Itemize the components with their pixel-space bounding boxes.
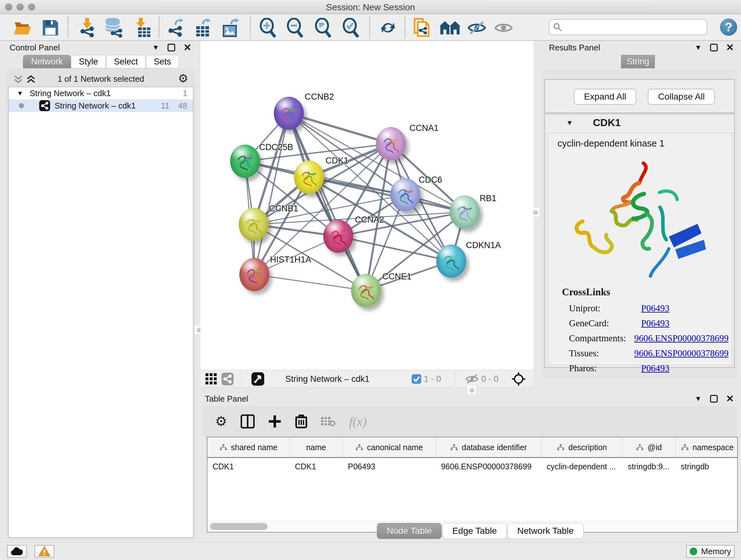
- scrollbar-thumb[interactable]: [210, 523, 267, 530]
- column-header-canonical-name[interactable]: canonical name: [343, 437, 436, 457]
- expand-all-button[interactable]: Expand All: [574, 89, 636, 105]
- birdseye-view-button[interactable]: [252, 373, 264, 385]
- export-network-button[interactable]: [165, 18, 185, 37]
- zoom-fit-button[interactable]: [313, 18, 333, 37]
- float-panel-icon[interactable]: ▼: [152, 44, 159, 52]
- tab-node-table[interactable]: Node Table: [377, 523, 442, 539]
- table-options-gear-icon[interactable]: ⚙: [215, 416, 227, 427]
- import-table-button[interactable]: [132, 18, 152, 37]
- status-bar: Memory: [0, 542, 741, 560]
- show-all-networks-button[interactable]: [440, 18, 460, 37]
- selected-checkbox-icon[interactable]: [412, 374, 421, 384]
- column-header-database-identifier[interactable]: database identifier: [436, 437, 542, 457]
- column-header-name[interactable]: name: [290, 437, 343, 457]
- network-node-cdk1[interactable]: [294, 161, 324, 194]
- column-header--id[interactable]: @id: [623, 437, 676, 457]
- delete-table-icon[interactable]: [321, 416, 336, 427]
- close-panel-icon[interactable]: ✕: [726, 395, 734, 402]
- close-panel-icon[interactable]: ✕: [726, 44, 734, 51]
- network-node-hist1h1a[interactable]: [239, 258, 269, 291]
- delete-column-trash-icon[interactable]: [295, 414, 308, 429]
- network-node-cdc25b[interactable]: [230, 145, 260, 178]
- import-network-button[interactable]: [77, 18, 97, 37]
- network-node-ccna2[interactable]: [323, 220, 353, 253]
- clone-network-button[interactable]: [412, 18, 432, 37]
- tab-style[interactable]: Style: [71, 55, 106, 68]
- node-label-ccna1: CCNA1: [409, 123, 439, 133]
- cloud-status-button[interactable]: [7, 545, 27, 558]
- network-node-ccne1[interactable]: [351, 274, 381, 307]
- function-builder-icon[interactable]: f(x): [349, 414, 367, 429]
- crosslink-link[interactable]: P06493: [641, 303, 670, 314]
- tab-select[interactable]: Select: [106, 55, 146, 68]
- section-expander-icon[interactable]: ▼: [566, 119, 573, 127]
- maximize-panel-icon[interactable]: [710, 44, 718, 51]
- tab-network[interactable]: Network: [23, 55, 71, 68]
- tab-string[interactable]: String: [621, 55, 655, 68]
- zoom-out-button[interactable]: [285, 18, 306, 37]
- column-header-shared-name[interactable]: shared name: [207, 437, 290, 457]
- float-panel-icon[interactable]: ▼: [695, 395, 702, 403]
- network-row-selected[interactable]: String Network – cdk1 11 48: [9, 99, 193, 112]
- zoom-selected-button[interactable]: [341, 18, 361, 37]
- apply-layout-button[interactable]: [378, 18, 398, 37]
- import-table-icon: [134, 18, 151, 38]
- network-node-ccnb1[interactable]: [239, 208, 269, 241]
- column-header-namespace[interactable]: namespace: [676, 437, 738, 457]
- table-cell[interactable]: P06493: [343, 458, 436, 475]
- export-table-button[interactable]: [192, 18, 213, 37]
- network-node-ccnb2[interactable]: [274, 97, 304, 130]
- open-session-button[interactable]: [13, 18, 33, 37]
- float-panel-icon[interactable]: ▼: [695, 44, 702, 52]
- network-options-gear-icon[interactable]: ⚙: [178, 73, 188, 84]
- crosslink-link[interactable]: 9606.ENSP00000378699: [634, 348, 729, 359]
- help-button[interactable]: ?: [720, 18, 737, 36]
- network-view-mode-button[interactable]: [221, 373, 233, 385]
- search-input[interactable]: [565, 21, 706, 34]
- column-header-description[interactable]: description: [542, 437, 623, 457]
- add-column-icon[interactable]: [268, 415, 281, 428]
- node-label-cdc6: CDC6: [419, 175, 442, 185]
- warnings-button[interactable]: [35, 545, 54, 558]
- collapse-all-button[interactable]: Collapse All: [648, 89, 715, 105]
- table-cell[interactable]: 9606.ENSP00000378699: [436, 458, 542, 475]
- network-node-ccna1[interactable]: [376, 127, 406, 160]
- grid-view-button[interactable]: [205, 373, 217, 385]
- table-row[interactable]: CDK1CDK1P064939606.ENSP00000378699cyclin…: [207, 458, 737, 475]
- tab-edge-table[interactable]: Edge Table: [442, 523, 507, 539]
- network-node-rb1[interactable]: [450, 195, 480, 229]
- export-image-button[interactable]: [220, 18, 241, 37]
- crosslink-link[interactable]: P06493: [641, 318, 670, 328]
- network-collection-row[interactable]: ▼ String Network – cdk1 1: [9, 87, 193, 99]
- protein-section-header[interactable]: ▼ CDK1: [545, 114, 734, 132]
- network-view-canvas[interactable]: CCNB2CCNA1CDC25BCDK1CDC6RB1CCNB1CCNA2CDK…: [200, 41, 534, 370]
- maximize-panel-icon[interactable]: [167, 44, 175, 51]
- network-node-cdc6[interactable]: [390, 178, 420, 211]
- zoom-in-button[interactable]: [258, 18, 278, 37]
- crosslink-link[interactable]: P06493: [641, 363, 670, 374]
- table-cell[interactable]: cyclin-dependent ...: [542, 458, 623, 475]
- control-network-splitter[interactable]: [197, 41, 200, 542]
- table-cell[interactable]: CDK1: [207, 458, 290, 475]
- node-label-ccnb1: CCNB1: [269, 204, 298, 213]
- tab-network-table[interactable]: Network Table: [508, 523, 584, 539]
- memory-button[interactable]: Memory: [686, 545, 735, 558]
- table-cell[interactable]: CDK1: [290, 458, 343, 475]
- global-search-field[interactable]: [549, 19, 707, 35]
- tab-sets[interactable]: Sets: [146, 55, 179, 68]
- network-node-cdkn1a[interactable]: [436, 245, 466, 278]
- maximize-panel-icon[interactable]: [710, 395, 718, 402]
- collection-expander-icon[interactable]: ▼: [17, 90, 23, 97]
- network-results-splitter[interactable]: [534, 41, 537, 388]
- table-cell[interactable]: stringdb:9...: [623, 458, 676, 475]
- show-hidden-button[interactable]: [493, 18, 514, 37]
- crosslink-link[interactable]: 9606.ENSP00000378699: [634, 333, 729, 344]
- save-session-button[interactable]: [40, 18, 61, 37]
- hide-selected-button[interactable]: [467, 18, 487, 37]
- table-cell[interactable]: stringdb: [676, 458, 738, 475]
- close-panel-icon[interactable]: ✕: [184, 44, 192, 51]
- table-splitter[interactable]: [199, 388, 738, 393]
- import-network-from-database-button[interactable]: [104, 18, 124, 37]
- show-columns-icon[interactable]: [241, 415, 255, 428]
- fit-content-button[interactable]: [511, 373, 526, 385]
